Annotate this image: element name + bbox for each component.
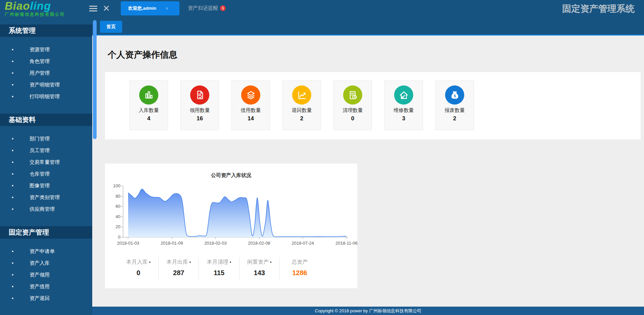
asset-inbound-area-chart: 0 20 40 60 80 100 2018-01-03 2018-01-09 … <box>106 181 360 251</box>
menu-toggle-icon[interactable] <box>89 4 97 12</box>
summary-month-cleanup: 本月清理• 115 <box>199 257 239 280</box>
bullet-icon: • <box>12 168 30 180</box>
sidebar-item-print-detail-mgmt[interactable]: •打印明细管理 <box>0 90 92 102</box>
footer-bar: Copyright © 2018 power by 广州标领信息科技有限公司 <box>92 307 644 315</box>
sidebar-item-label: 角色管理 <box>30 58 50 64</box>
sidebar-item-label: 图像管理 <box>30 183 50 188</box>
bullet-icon: • <box>12 44 30 55</box>
layers-icon <box>241 85 260 105</box>
notice-label: 资产归还提醒 <box>188 5 218 11</box>
bullet-icon: • <box>12 156 30 168</box>
sidebar-item-asset-return[interactable]: •资产退回 <box>0 292 92 304</box>
sidebar-item-label: 部门管理 <box>30 136 50 141</box>
card-repair-count[interactable]: 维修数量 3 <box>384 80 423 130</box>
logo-text-part2: ling <box>30 0 51 12</box>
document-check-icon <box>190 85 209 105</box>
summary-label: 本月入库 <box>126 259 148 265</box>
bullet-icon: • <box>12 133 30 144</box>
stat-label: 入库数量 <box>130 107 168 114</box>
summary-value: 115 <box>199 269 239 277</box>
document-clock-icon <box>343 85 362 105</box>
sidebar-item-asset-requisition[interactable]: •资产领用 <box>0 269 92 280</box>
sidebar-item-label: 资产借用 <box>30 284 50 289</box>
sidebar-section-system: 系统管理 •资源管理 •角色管理 •用户管理 •资产明细管理 •打印明细管理 <box>0 24 92 104</box>
dot-icon: • <box>230 260 231 265</box>
y-tick-label: 60 <box>116 204 120 209</box>
x-tick-label: 2018-01-09 <box>161 241 183 246</box>
card-borrow-count[interactable]: 借用数量 14 <box>231 80 270 130</box>
sidebar-item-asset-category-mgmt[interactable]: •资产类别管理 <box>0 191 92 203</box>
x-tick-label: 2018-07-24 <box>292 241 314 246</box>
card-requisition-count[interactable]: 领用数量 16 <box>180 80 219 130</box>
stat-value: 0 <box>334 115 372 122</box>
asset-summary-row: 本月入库• 0 本月出库• 287 本月清理• 115 闲置资产• 143 总资… <box>118 257 320 280</box>
x-tick-label: 2018-01-03 <box>117 241 140 246</box>
tab-home[interactable]: 首页 <box>100 21 122 33</box>
y-tick-label: 20 <box>116 224 120 229</box>
sidebar-item-label: 资产入库 <box>30 260 50 266</box>
content-heading: 个人资产操作信息 <box>108 49 177 61</box>
sidebar-item-supplier-mgmt[interactable]: •供应商管理 <box>0 203 92 215</box>
sidebar-item-label: 资产明细管理 <box>30 82 60 87</box>
summary-value: 143 <box>239 269 279 277</box>
notice-badge: 1 <box>220 5 226 11</box>
user-welcome-dropdown[interactable]: 欢迎您,admin▼ <box>121 1 179 15</box>
sidebar-nav: 系统管理 •资源管理 •角色管理 •用户管理 •资产明细管理 •打印明细管理 基… <box>0 17 92 315</box>
sidebar-item-label: 用户管理 <box>30 70 50 76</box>
card-inbound-count[interactable]: 入库数量 4 <box>129 80 168 130</box>
y-tick-label: 0 <box>118 235 120 240</box>
sidebar-item-label: 资产领用 <box>30 272 50 277</box>
sidebar-section-basic-data: 基础资料 •部门管理 •员工管理 •交易常量管理 •仓库管理 •图像管理 •资产… <box>0 114 92 216</box>
sidebar-item-warehouse-mgmt[interactable]: •仓库管理 <box>0 168 92 180</box>
bullet-icon: • <box>12 280 30 292</box>
chart-area-fill <box>128 189 346 237</box>
sidebar-item-asset-detail-mgmt[interactable]: •资产明细管理 <box>0 79 92 90</box>
sidebar-item-label: 供应商管理 <box>30 206 55 212</box>
stat-value: 14 <box>232 115 270 122</box>
summary-label: 本月出库 <box>167 259 188 265</box>
sidebar-item-transaction-constant-mgmt[interactable]: •交易常量管理 <box>0 156 92 168</box>
sidebar-item-image-mgmt[interactable]: •图像管理 <box>0 180 92 191</box>
sidebar-item-asset-borrow[interactable]: •资产借用 <box>0 280 92 292</box>
sidebar-item-employee-mgmt[interactable]: •员工管理 <box>0 144 92 156</box>
page-title: 固定资产管理系统 <box>562 3 635 15</box>
logo-text-part1: Biao <box>5 0 30 12</box>
dot-icon: • <box>270 260 272 265</box>
y-tick-label: 80 <box>116 194 120 199</box>
sidebar-scrollbar-thumb[interactable] <box>93 20 97 139</box>
stat-label: 报废数量 <box>436 107 474 114</box>
sidebar-item-asset-application[interactable]: •资产申请单 <box>0 245 92 257</box>
summary-label: 闲置资产 <box>247 259 269 265</box>
stat-value: 2 <box>436 115 474 122</box>
chevron-down-icon: ▼ <box>165 6 169 10</box>
sidebar-item-role-mgmt[interactable]: •角色管理 <box>0 55 92 67</box>
card-cleanup-count[interactable]: 清理数量 0 <box>333 80 372 130</box>
stat-cards-panel: 入库数量 4 领用数量 16 借用数量 14 <box>105 72 641 139</box>
bullet-icon: • <box>12 90 30 102</box>
sidebar-item-label: 资产退回 <box>30 295 50 301</box>
stat-label: 领用数量 <box>181 107 219 114</box>
logo-subtitle: 广州标领信息科技有限公司 <box>5 12 89 17</box>
sidebar-section-title: 系统管理 <box>0 24 92 37</box>
sidebar-item-label: 资产类别管理 <box>30 194 60 200</box>
trend-chart-icon <box>292 85 311 105</box>
y-tick-label: 100 <box>113 183 120 188</box>
card-return-count[interactable]: 退回数量 2 <box>282 80 321 130</box>
card-scrap-count[interactable]: $ 报废数量 2 <box>435 80 474 130</box>
sidebar-item-resource-mgmt[interactable]: •资源管理 <box>0 44 92 55</box>
company-logo: Biaoling 广州标领信息科技有限公司 <box>5 1 89 17</box>
summary-month-outbound: 本月出库• 287 <box>159 257 199 280</box>
stat-value: 2 <box>283 115 321 122</box>
sidebar-item-department-mgmt[interactable]: •部门管理 <box>0 133 92 144</box>
sidebar-section-title: 固定资产管理 <box>0 226 92 239</box>
asset-chart-panel: 公司资产入库状况 <box>105 164 357 288</box>
sidebar-item-label: 仓库管理 <box>30 171 50 177</box>
welcome-label: 欢迎您,admin <box>128 6 156 11</box>
sidebar-item-label: 交易常量管理 <box>30 159 60 165</box>
sidebar-item-user-mgmt[interactable]: •用户管理 <box>0 67 92 79</box>
sidebar-item-asset-inbound[interactable]: •资产入库 <box>0 257 92 269</box>
dot-icon: • <box>149 260 151 265</box>
asset-return-reminder[interactable]: 资产归还提醒1 <box>188 5 226 11</box>
close-icon[interactable]: ✕ <box>103 3 110 14</box>
stat-label: 借用数量 <box>232 107 270 114</box>
